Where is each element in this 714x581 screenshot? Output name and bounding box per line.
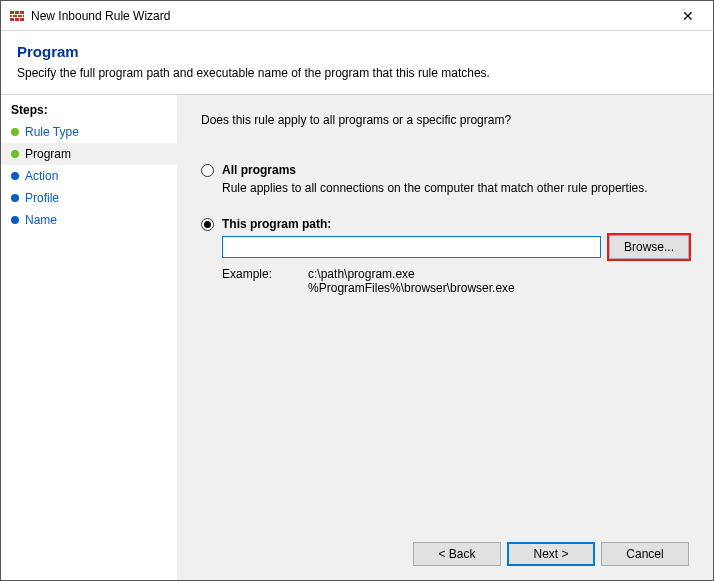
radio-all-programs[interactable] <box>201 164 214 177</box>
option-all-label: All programs <box>222 163 296 177</box>
step-label: Action <box>25 169 58 183</box>
steps-label: Steps: <box>1 101 177 121</box>
step-bullet-icon <box>11 194 19 202</box>
step-bullet-icon <box>11 216 19 224</box>
svg-rect-9 <box>19 18 20 21</box>
svg-rect-1 <box>10 14 24 15</box>
step-rule-type[interactable]: Rule Type <box>1 121 177 143</box>
program-path-input[interactable] <box>222 236 601 258</box>
option-path-label: This program path: <box>222 217 331 231</box>
back-button[interactable]: < Back <box>413 542 501 566</box>
svg-rect-5 <box>12 15 13 17</box>
svg-rect-7 <box>22 15 23 17</box>
step-bullet-icon <box>11 150 19 158</box>
titlebar: New Inbound Rule Wizard ✕ <box>1 1 713 31</box>
button-bar: < Back Next > Cancel <box>201 530 689 580</box>
firewall-icon <box>9 8 25 24</box>
step-bullet-icon <box>11 172 19 180</box>
question-text: Does this rule apply to all programs or … <box>201 113 689 127</box>
svg-rect-3 <box>14 11 15 14</box>
step-label: Program <box>25 147 71 161</box>
option-all-desc: Rule applies to all connections on the c… <box>222 181 689 195</box>
wizard-window: New Inbound Rule Wizard ✕ Program Specif… <box>0 0 714 581</box>
example-text: c:\path\program.exe %ProgramFiles%\brows… <box>308 267 515 295</box>
page-subtitle: Specify the full program path and execut… <box>17 66 697 80</box>
option-program-path[interactable]: This program path: <box>201 217 689 231</box>
example-row: Example: c:\path\program.exe %ProgramFil… <box>222 267 689 295</box>
step-bullet-icon <box>11 128 19 136</box>
step-label: Profile <box>25 191 59 205</box>
svg-rect-6 <box>17 15 18 17</box>
step-action[interactable]: Action <box>1 165 177 187</box>
steps-sidebar: Steps: Rule Type Program Action Profile … <box>1 95 177 580</box>
body: Steps: Rule Type Program Action Profile … <box>1 94 713 580</box>
step-name[interactable]: Name <box>1 209 177 231</box>
step-profile[interactable]: Profile <box>1 187 177 209</box>
page-title: Program <box>17 43 697 60</box>
window-title: New Inbound Rule Wizard <box>31 9 665 23</box>
next-button[interactable]: Next > <box>507 542 595 566</box>
browse-button[interactable]: Browse... <box>609 235 689 259</box>
step-program[interactable]: Program <box>1 143 177 165</box>
main-panel: Does this rule apply to all programs or … <box>177 95 713 580</box>
step-label: Name <box>25 213 57 227</box>
option-all-programs[interactable]: All programs <box>201 163 689 177</box>
radio-program-path[interactable] <box>201 218 214 231</box>
svg-rect-2 <box>10 17 24 18</box>
cancel-button[interactable]: Cancel <box>601 542 689 566</box>
header: Program Specify the full program path an… <box>1 31 713 94</box>
close-button[interactable]: ✕ <box>665 1 711 31</box>
svg-rect-8 <box>14 18 15 21</box>
step-label: Rule Type <box>25 125 79 139</box>
svg-rect-4 <box>19 11 20 14</box>
example-label: Example: <box>222 267 272 295</box>
